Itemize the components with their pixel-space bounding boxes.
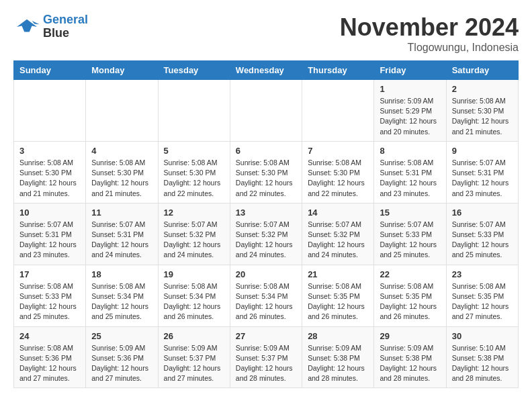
col-header-friday: Friday [374, 61, 446, 80]
calendar-cell: 24Sunrise: 5:08 AM Sunset: 5:36 PM Dayli… [14, 326, 86, 388]
calendar-cell: 2Sunrise: 5:08 AM Sunset: 5:30 PM Daylig… [446, 80, 518, 142]
calendar-header-row: SundayMondayTuesdayWednesdayThursdayFrid… [14, 61, 519, 80]
day-number: 22 [380, 269, 440, 279]
calendar-cell: 30Sunrise: 5:10 AM Sunset: 5:38 PM Dayli… [446, 326, 518, 388]
day-number: 21 [308, 269, 368, 279]
logo: General Blue [13, 13, 88, 40]
logo-text-blue: Blue [43, 26, 69, 40]
calendar-cell: 6Sunrise: 5:08 AM Sunset: 5:30 PM Daylig… [230, 141, 302, 203]
day-info: Sunrise: 5:08 AM Sunset: 5:30 PM Dayligh… [452, 96, 513, 137]
calendar-cell: 3Sunrise: 5:08 AM Sunset: 5:30 PM Daylig… [14, 141, 86, 203]
svg-marker-0 [17, 19, 37, 32]
logo-icon [13, 17, 40, 37]
day-info: Sunrise: 5:08 AM Sunset: 5:35 PM Dayligh… [380, 281, 440, 322]
day-number: 29 [380, 331, 440, 341]
calendar-cell: 28Sunrise: 5:09 AM Sunset: 5:38 PM Dayli… [302, 326, 374, 388]
day-number: 18 [91, 269, 152, 279]
calendar-cell: 19Sunrise: 5:08 AM Sunset: 5:34 PM Dayli… [158, 265, 230, 326]
day-info: Sunrise: 5:09 AM Sunset: 5:36 PM Dayligh… [91, 343, 152, 384]
col-header-monday: Monday [86, 61, 158, 80]
day-info: Sunrise: 5:09 AM Sunset: 5:29 PM Dayligh… [380, 96, 440, 137]
day-info: Sunrise: 5:08 AM Sunset: 5:30 PM Dayligh… [19, 158, 80, 199]
calendar-cell: 25Sunrise: 5:09 AM Sunset: 5:36 PM Dayli… [86, 326, 158, 388]
day-number: 6 [236, 146, 296, 156]
calendar-cell: 4Sunrise: 5:08 AM Sunset: 5:30 PM Daylig… [86, 141, 158, 203]
day-number: 13 [236, 208, 296, 218]
day-number: 5 [164, 146, 224, 156]
calendar-cell: 7Sunrise: 5:08 AM Sunset: 5:30 PM Daylig… [302, 141, 374, 203]
calendar-cell: 12Sunrise: 5:07 AM Sunset: 5:32 PM Dayli… [158, 203, 230, 265]
day-info: Sunrise: 5:07 AM Sunset: 5:32 PM Dayligh… [308, 220, 368, 261]
day-info: Sunrise: 5:08 AM Sunset: 5:36 PM Dayligh… [19, 343, 80, 384]
day-number: 7 [308, 146, 368, 156]
calendar-cell: 11Sunrise: 5:07 AM Sunset: 5:31 PM Dayli… [86, 203, 158, 265]
day-info: Sunrise: 5:08 AM Sunset: 5:34 PM Dayligh… [164, 281, 224, 322]
calendar-cell: 1Sunrise: 5:09 AM Sunset: 5:29 PM Daylig… [374, 80, 446, 142]
svg-marker-1 [32, 21, 40, 24]
day-number: 11 [91, 208, 152, 218]
calendar-cell: 21Sunrise: 5:08 AM Sunset: 5:35 PM Dayli… [302, 265, 374, 326]
page-header: General Blue November 2024 Tlogowungu, I… [13, 13, 519, 54]
day-info: Sunrise: 5:07 AM Sunset: 5:32 PM Dayligh… [164, 220, 224, 261]
day-number: 19 [164, 269, 224, 279]
calendar-week-row: 24Sunrise: 5:08 AM Sunset: 5:36 PM Dayli… [14, 326, 519, 388]
day-info: Sunrise: 5:07 AM Sunset: 5:33 PM Dayligh… [380, 220, 440, 261]
col-header-tuesday: Tuesday [158, 61, 230, 80]
day-info: Sunrise: 5:07 AM Sunset: 5:31 PM Dayligh… [19, 220, 80, 261]
col-header-sunday: Sunday [14, 61, 86, 80]
calendar-cell: 10Sunrise: 5:07 AM Sunset: 5:31 PM Dayli… [14, 203, 86, 265]
day-number: 4 [91, 146, 152, 156]
calendar-cell: 22Sunrise: 5:08 AM Sunset: 5:35 PM Dayli… [374, 265, 446, 326]
calendar-cell: 27Sunrise: 5:09 AM Sunset: 5:37 PM Dayli… [230, 326, 302, 388]
calendar-cell: 26Sunrise: 5:09 AM Sunset: 5:37 PM Dayli… [158, 326, 230, 388]
day-number: 26 [164, 331, 224, 341]
day-number: 15 [380, 208, 440, 218]
day-number: 9 [452, 146, 513, 156]
day-number: 1 [380, 84, 440, 94]
calendar-table: SundayMondayTuesdayWednesdayThursdayFrid… [13, 60, 519, 388]
day-number: 24 [19, 331, 80, 341]
day-info: Sunrise: 5:08 AM Sunset: 5:34 PM Dayligh… [236, 281, 296, 322]
day-number: 30 [452, 331, 513, 341]
calendar-cell: 5Sunrise: 5:08 AM Sunset: 5:30 PM Daylig… [158, 141, 230, 203]
day-info: Sunrise: 5:07 AM Sunset: 5:33 PM Dayligh… [452, 220, 513, 261]
logo-text-general: General [43, 13, 88, 26]
day-number: 3 [19, 146, 80, 156]
day-number: 23 [452, 269, 513, 279]
day-info: Sunrise: 5:09 AM Sunset: 5:37 PM Dayligh… [236, 343, 296, 384]
day-info: Sunrise: 5:08 AM Sunset: 5:30 PM Dayligh… [164, 158, 224, 199]
title-block: November 2024 Tlogowungu, Indonesia [340, 13, 519, 54]
calendar-cell: 8Sunrise: 5:08 AM Sunset: 5:31 PM Daylig… [374, 141, 446, 203]
calendar-cell: 23Sunrise: 5:08 AM Sunset: 5:35 PM Dayli… [446, 265, 518, 326]
day-info: Sunrise: 5:08 AM Sunset: 5:35 PM Dayligh… [308, 281, 368, 322]
day-number: 25 [91, 331, 152, 341]
day-number: 16 [452, 208, 513, 218]
day-number: 8 [380, 146, 440, 156]
day-info: Sunrise: 5:07 AM Sunset: 5:31 PM Dayligh… [452, 158, 513, 199]
day-info: Sunrise: 5:08 AM Sunset: 5:35 PM Dayligh… [452, 281, 513, 322]
calendar-cell: 29Sunrise: 5:09 AM Sunset: 5:38 PM Dayli… [374, 326, 446, 388]
calendar-week-row: 10Sunrise: 5:07 AM Sunset: 5:31 PM Dayli… [14, 203, 519, 265]
day-number: 10 [19, 208, 80, 218]
day-info: Sunrise: 5:07 AM Sunset: 5:31 PM Dayligh… [91, 220, 152, 261]
calendar-cell [302, 80, 374, 142]
calendar-cell: 13Sunrise: 5:07 AM Sunset: 5:32 PM Dayli… [230, 203, 302, 265]
calendar-week-row: 17Sunrise: 5:08 AM Sunset: 5:33 PM Dayli… [14, 265, 519, 326]
day-info: Sunrise: 5:07 AM Sunset: 5:32 PM Dayligh… [236, 220, 296, 261]
calendar-cell: 18Sunrise: 5:08 AM Sunset: 5:34 PM Dayli… [86, 265, 158, 326]
day-info: Sunrise: 5:08 AM Sunset: 5:34 PM Dayligh… [91, 281, 152, 322]
month-title: November 2024 [340, 13, 519, 42]
calendar-cell [230, 80, 302, 142]
day-info: Sunrise: 5:09 AM Sunset: 5:37 PM Dayligh… [164, 343, 224, 384]
day-number: 12 [164, 208, 224, 218]
calendar-cell: 20Sunrise: 5:08 AM Sunset: 5:34 PM Dayli… [230, 265, 302, 326]
col-header-thursday: Thursday [302, 61, 374, 80]
day-info: Sunrise: 5:08 AM Sunset: 5:33 PM Dayligh… [19, 281, 80, 322]
day-info: Sunrise: 5:09 AM Sunset: 5:38 PM Dayligh… [380, 343, 440, 384]
day-number: 20 [236, 269, 296, 279]
day-info: Sunrise: 5:08 AM Sunset: 5:31 PM Dayligh… [380, 158, 440, 199]
calendar-cell: 17Sunrise: 5:08 AM Sunset: 5:33 PM Dayli… [14, 265, 86, 326]
day-info: Sunrise: 5:10 AM Sunset: 5:38 PM Dayligh… [452, 343, 513, 384]
calendar-cell [14, 80, 86, 142]
calendar-cell [158, 80, 230, 142]
